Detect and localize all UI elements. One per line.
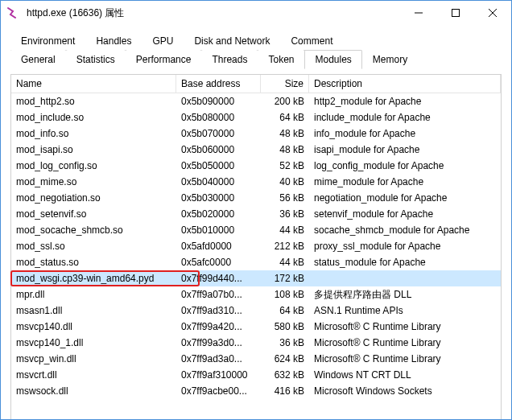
cell-desc: status_module for Apache bbox=[309, 255, 501, 270]
cell-addr: 0x5b080000 bbox=[176, 110, 261, 125]
cell-addr: 0x5afc0000 bbox=[176, 255, 261, 270]
cell-size: 44 kB bbox=[261, 223, 309, 237]
col-name[interactable]: Name bbox=[11, 75, 176, 93]
cell-size: 48 kB bbox=[261, 126, 309, 141]
table-row[interactable]: msasn1.dll0x7ff9ad310...64 kBASN.1 Runti… bbox=[11, 303, 501, 319]
window-buttons bbox=[400, 1, 511, 25]
table-row[interactable]: msvcp_win.dll0x7ff9ad3a0...624 kBMicroso… bbox=[11, 351, 501, 367]
cell-addr: 0x7ff9acbe00... bbox=[176, 384, 261, 398]
cell-size: 108 kB bbox=[261, 287, 309, 302]
table-row[interactable]: msvcp140.dll0x7ff99a420...580 kBMicrosof… bbox=[11, 319, 501, 335]
cell-name: mod_http2.so bbox=[11, 94, 176, 109]
tab-environment[interactable]: Environment bbox=[10, 31, 85, 51]
cell-name: mod_log_config.so bbox=[11, 159, 176, 173]
table-row[interactable]: mod_info.so0x5b07000048 kBinfo_module fo… bbox=[11, 126, 501, 142]
table-row[interactable]: mod_http2.so0x5b090000200 kBhttp2_module… bbox=[11, 93, 501, 109]
cell-name: mod_ssl.so bbox=[11, 239, 176, 253]
cell-desc: negotiation_module for Apache bbox=[309, 191, 501, 205]
maximize-button[interactable] bbox=[437, 1, 474, 25]
cell-size: 200 kB bbox=[261, 94, 309, 109]
cell-name: mod_status.so bbox=[11, 255, 176, 270]
cell-name: mod_wsgi.cp39-win_amd64.pyd bbox=[11, 271, 176, 286]
table-row[interactable]: msvcp140_1.dll0x7ff99a3d0...36 kBMicroso… bbox=[11, 335, 501, 351]
tab-token[interactable]: Token bbox=[258, 50, 304, 69]
table-row[interactable]: mod_setenvif.so0x5b02000036 kBsetenvif_m… bbox=[11, 206, 501, 222]
cell-size: 416 kB bbox=[261, 384, 309, 398]
close-button[interactable] bbox=[474, 1, 511, 25]
cell-size: 580 kB bbox=[261, 319, 309, 334]
tab-memory[interactable]: Memory bbox=[362, 50, 418, 69]
cell-size: 56 kB bbox=[261, 191, 309, 205]
cell-addr: 0x7ff9ad310... bbox=[176, 303, 261, 318]
cell-name: mod_socache_shmcb.so bbox=[11, 223, 176, 237]
col-description[interactable]: Description bbox=[309, 75, 501, 93]
tab-comment[interactable]: Comment bbox=[280, 31, 343, 51]
cell-name: msasn1.dll bbox=[11, 303, 176, 318]
cell-size: 624 kB bbox=[261, 352, 309, 366]
cell-size: 40 kB bbox=[261, 175, 309, 189]
col-base-address[interactable]: Base address bbox=[176, 75, 261, 93]
cell-desc: Microsoft Windows Sockets bbox=[309, 384, 501, 398]
table-row[interactable]: mswsock.dll0x7ff9acbe00...416 kBMicrosof… bbox=[11, 383, 501, 399]
tab-statistics[interactable]: Statistics bbox=[66, 50, 126, 69]
cell-desc: proxy_ssl_module for Apache bbox=[309, 239, 501, 253]
titlebar: httpd.exe (16636) 属性 bbox=[1, 1, 511, 25]
cell-addr: 0x7ff99d440... bbox=[176, 271, 261, 286]
cell-desc: http2_module for Apache bbox=[309, 94, 501, 109]
tab-disk-network[interactable]: Disk and Network bbox=[184, 31, 280, 51]
table-row[interactable]: mod_log_config.so0x5b05000052 kBlog_conf… bbox=[11, 158, 501, 174]
table-row[interactable]: mod_mime.so0x5b04000040 kBmime_module fo… bbox=[11, 174, 501, 190]
tab-gpu[interactable]: GPU bbox=[142, 31, 184, 51]
cell-name: msvcrt.dll bbox=[11, 368, 176, 382]
minimize-button[interactable] bbox=[400, 1, 437, 25]
table-row[interactable]: mod_socache_shmcb.so0x5b01000044 kBsocac… bbox=[11, 222, 501, 238]
cell-size: 36 kB bbox=[261, 207, 309, 221]
cell-addr: 0x5b060000 bbox=[176, 142, 261, 157]
cell-addr: 0x5b040000 bbox=[176, 175, 261, 189]
cell-desc: include_module for Apache bbox=[309, 110, 501, 125]
cell-name: mod_info.so bbox=[11, 126, 176, 141]
cell-desc: Microsoft® C Runtime Library bbox=[309, 336, 501, 350]
table-row[interactable]: mod_ssl.so0x5afd0000212 kBproxy_ssl_modu… bbox=[11, 238, 501, 254]
cell-name: mod_mime.so bbox=[11, 175, 176, 189]
table-row[interactable]: mod_negotiation.so0x5b03000056 kBnegotia… bbox=[11, 190, 501, 206]
properties-window: httpd.exe (16636) 属性 Environment Handles… bbox=[0, 0, 512, 420]
cell-desc: socache_shmcb_module for Apache bbox=[309, 223, 501, 237]
cell-desc bbox=[309, 277, 501, 280]
tab-performance[interactable]: Performance bbox=[126, 50, 202, 69]
cell-addr: 0x5b020000 bbox=[176, 207, 261, 221]
cell-desc: ASN.1 Runtime APIs bbox=[309, 303, 501, 318]
cell-size: 64 kB bbox=[261, 110, 309, 125]
cell-desc: isapi_module for Apache bbox=[309, 142, 501, 157]
tab-threads[interactable]: Threads bbox=[201, 50, 258, 69]
table-row[interactable]: mod_wsgi.cp39-win_amd64.pyd0x7ff99d440..… bbox=[11, 270, 501, 286]
cell-name: mod_isapi.so bbox=[11, 142, 176, 157]
cell-addr: 0x5afd0000 bbox=[176, 239, 261, 253]
cell-desc: log_config_module for Apache bbox=[309, 159, 501, 173]
cell-desc: Microsoft® C Runtime Library bbox=[309, 319, 501, 334]
cell-size: 52 kB bbox=[261, 159, 309, 173]
cell-addr: 0x5b050000 bbox=[176, 159, 261, 173]
cell-name: mswsock.dll bbox=[11, 384, 176, 398]
table-row[interactable]: mpr.dll0x7ff9a07b0...108 kB多提供程序路由器 DLL bbox=[11, 286, 501, 303]
cell-addr: 0x7ff99a420... bbox=[176, 319, 261, 334]
table-row[interactable]: mod_status.so0x5afc000044 kBstatus_modul… bbox=[11, 254, 501, 270]
cell-size: 48 kB bbox=[261, 142, 309, 157]
cell-addr: 0x7ff9af310000 bbox=[176, 368, 261, 382]
table-row[interactable]: mod_include.so0x5b08000064 kBinclude_mod… bbox=[11, 109, 501, 126]
cell-addr: 0x5b010000 bbox=[176, 223, 261, 237]
cell-desc: setenvif_module for Apache bbox=[309, 207, 501, 221]
cell-name: msvcp140.dll bbox=[11, 319, 176, 334]
cell-addr: 0x7ff9ad3a0... bbox=[176, 352, 261, 366]
col-size[interactable]: Size bbox=[261, 75, 309, 93]
cell-desc: mime_module for Apache bbox=[309, 175, 501, 189]
tab-general[interactable]: General bbox=[10, 50, 66, 69]
table-row[interactable]: mod_isapi.so0x5b06000048 kBisapi_module … bbox=[11, 142, 501, 158]
tab-modules[interactable]: Modules bbox=[304, 50, 361, 69]
cell-addr: 0x5b030000 bbox=[176, 191, 261, 205]
tab-handles[interactable]: Handles bbox=[85, 31, 142, 51]
table-row[interactable]: msvcrt.dll0x7ff9af310000632 kBWindows NT… bbox=[11, 367, 501, 383]
list-body[interactable]: mod_http2.so0x5b090000200 kBhttp2_module… bbox=[11, 93, 501, 418]
cell-addr: 0x5b090000 bbox=[176, 94, 261, 109]
app-icon bbox=[7, 6, 20, 19]
